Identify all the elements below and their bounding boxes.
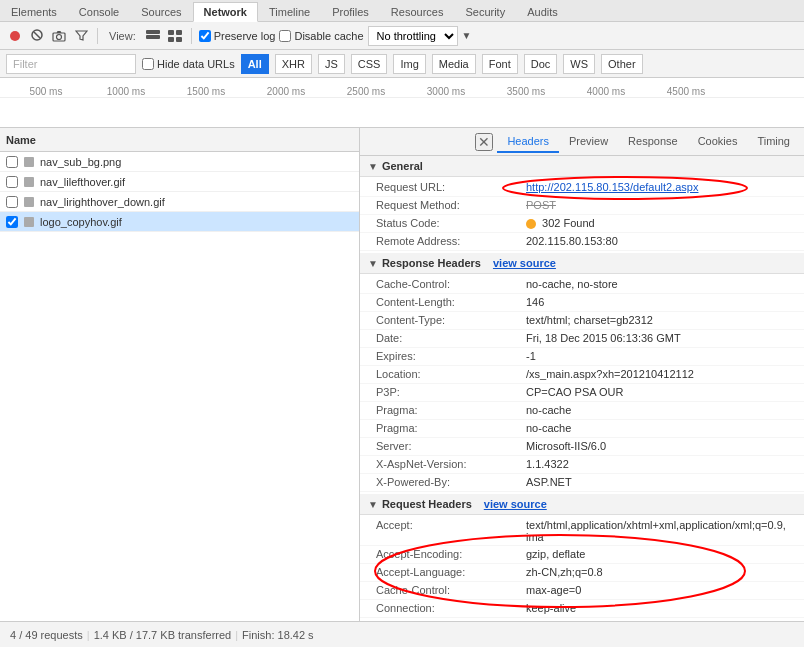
status-divider-2: | bbox=[235, 629, 238, 641]
file-item-3[interactable]: logo_copyhov.gif bbox=[0, 212, 359, 232]
resp-key-4: Expires: bbox=[376, 350, 526, 362]
panel-tabs: ✕ Headers Preview Response Cookies Timin… bbox=[360, 128, 804, 156]
resp-key-6: P3P: bbox=[376, 386, 526, 398]
filter-xhr-button[interactable]: XHR bbox=[275, 54, 312, 74]
filter-font-button[interactable]: Font bbox=[482, 54, 518, 74]
tab-timing[interactable]: Timing bbox=[747, 131, 800, 153]
svg-rect-11 bbox=[24, 157, 34, 167]
file-checkbox-3[interactable] bbox=[6, 216, 18, 228]
file-item-1[interactable]: nav_lilefthover.gif bbox=[0, 172, 359, 192]
response-headers-content: Cache-Control: no-cache, no-store Conten… bbox=[360, 274, 804, 494]
response-headers-header[interactable]: ▼ Response Headers view source bbox=[360, 253, 804, 274]
tab-profiles[interactable]: Profiles bbox=[321, 1, 380, 21]
throttle-select[interactable]: No throttling bbox=[368, 26, 458, 46]
svg-rect-9 bbox=[168, 37, 174, 42]
disable-cache-checkbox[interactable] bbox=[279, 30, 291, 42]
req-key-5: Content-Length: bbox=[376, 620, 526, 621]
resp-val-3: Fri, 18 Dec 2015 06:13:36 GMT bbox=[526, 332, 681, 344]
resp-row-4: Expires: -1 bbox=[360, 348, 804, 366]
tab-console[interactable]: Console bbox=[68, 1, 130, 21]
disable-cache-label[interactable]: Disable cache bbox=[279, 30, 363, 42]
response-view-source[interactable]: view source bbox=[493, 257, 556, 269]
tick-7: 4000 ms bbox=[566, 86, 646, 97]
tick-4: 2500 ms bbox=[326, 86, 406, 97]
resp-val-10: 1.1.4322 bbox=[526, 458, 569, 470]
resp-key-5: Location: bbox=[376, 368, 526, 380]
tab-headers[interactable]: Headers bbox=[497, 131, 559, 153]
status-finish: Finish: 18.42 s bbox=[242, 629, 314, 641]
general-title: General bbox=[382, 160, 423, 172]
request-view-source[interactable]: view source bbox=[484, 498, 547, 510]
file-list-panel: Name nav_sub_bg.png nav_lilefthover.gif … bbox=[0, 128, 360, 621]
tab-elements[interactable]: Elements bbox=[0, 1, 68, 21]
clear-button[interactable] bbox=[28, 27, 46, 45]
hide-data-urls-checkbox[interactable] bbox=[142, 58, 154, 70]
file-icon-0 bbox=[22, 155, 36, 169]
filter-all-button[interactable]: All bbox=[241, 54, 269, 74]
preserve-log-checkbox[interactable] bbox=[199, 30, 211, 42]
response-headers-title: Response Headers bbox=[382, 257, 481, 269]
view-list-button[interactable] bbox=[144, 27, 162, 45]
tab-network[interactable]: Network bbox=[193, 2, 258, 22]
file-name-0: nav_sub_bg.png bbox=[40, 156, 121, 168]
file-icon-1 bbox=[22, 175, 36, 189]
remote-address-value: 202.115.80.153:80 bbox=[526, 235, 618, 247]
file-item-2[interactable]: nav_lirighthover_down.gif bbox=[0, 192, 359, 212]
view-label: View: bbox=[109, 30, 136, 42]
request-url-key: Request URL: bbox=[376, 181, 526, 193]
resp-val-7: no-cache bbox=[526, 404, 571, 416]
filter-input[interactable] bbox=[6, 54, 136, 74]
request-headers-header[interactable]: ▼ Request Headers view source bbox=[360, 494, 804, 515]
resp-key-11: X-Powered-By: bbox=[376, 476, 526, 488]
tab-preview[interactable]: Preview bbox=[559, 131, 618, 153]
general-section: ▼ General Request URL: http://202.115.80… bbox=[360, 156, 804, 253]
view-grid-button[interactable] bbox=[166, 27, 184, 45]
filter-button[interactable] bbox=[72, 27, 90, 45]
general-section-header[interactable]: ▼ General bbox=[360, 156, 804, 177]
filter-ws-button[interactable]: WS bbox=[563, 54, 595, 74]
status-size: 1.4 KB / 17.7 KB transferred bbox=[94, 629, 232, 641]
record-button[interactable] bbox=[6, 27, 24, 45]
tick-0: 500 ms bbox=[6, 86, 86, 97]
file-checkbox-2[interactable] bbox=[6, 196, 18, 208]
tab-cookies[interactable]: Cookies bbox=[688, 131, 748, 153]
req-key-3: Cache-Control: bbox=[376, 584, 526, 596]
request-headers-title: Request Headers bbox=[382, 498, 472, 510]
svg-point-4 bbox=[57, 34, 62, 39]
close-button[interactable]: ✕ bbox=[475, 133, 493, 151]
svg-rect-7 bbox=[168, 30, 174, 35]
request-headers-content: Accept: text/html,application/xhtml+xml,… bbox=[360, 515, 804, 621]
tab-audits[interactable]: Audits bbox=[516, 1, 569, 21]
filter-css-button[interactable]: CSS bbox=[351, 54, 388, 74]
request-url-row: Request URL: http://202.115.80.153/defau… bbox=[360, 179, 804, 197]
resp-row-0: Cache-Control: no-cache, no-store bbox=[360, 276, 804, 294]
resp-row-10: X-AspNet-Version: 1.1.4322 bbox=[360, 456, 804, 474]
file-checkbox-0[interactable] bbox=[6, 156, 18, 168]
status-code-row: Status Code: 302 Found bbox=[360, 215, 804, 233]
tab-resources[interactable]: Resources bbox=[380, 1, 455, 21]
tab-sources[interactable]: Sources bbox=[130, 1, 192, 21]
resp-row-1: Content-Length: 146 bbox=[360, 294, 804, 312]
filter-img-button[interactable]: Img bbox=[393, 54, 425, 74]
resp-key-3: Date: bbox=[376, 332, 526, 344]
tab-response[interactable]: Response bbox=[618, 131, 688, 153]
status-code-key: Status Code: bbox=[376, 217, 526, 229]
hide-data-urls-label[interactable]: Hide data URLs bbox=[142, 58, 235, 70]
request-url-value[interactable]: http://202.115.80.153/default2.aspx bbox=[526, 181, 698, 193]
preserve-log-label[interactable]: Preserve log bbox=[199, 30, 276, 42]
camera-button[interactable] bbox=[50, 27, 68, 45]
file-checkbox-1[interactable] bbox=[6, 176, 18, 188]
filter-doc-button[interactable]: Doc bbox=[524, 54, 558, 74]
file-item-0[interactable]: nav_sub_bg.png bbox=[0, 152, 359, 172]
status-code-value: 302 Found bbox=[526, 217, 595, 229]
filter-js-button[interactable]: JS bbox=[318, 54, 345, 74]
response-headers-triangle: ▼ bbox=[368, 258, 378, 269]
resp-val-2: text/html; charset=gb2312 bbox=[526, 314, 653, 326]
tab-timeline[interactable]: Timeline bbox=[258, 1, 321, 21]
separator2 bbox=[191, 28, 192, 44]
tab-security[interactable]: Security bbox=[454, 1, 516, 21]
filter-other-button[interactable]: Other bbox=[601, 54, 643, 74]
response-headers-section: ▼ Response Headers view source Cache-Con… bbox=[360, 253, 804, 494]
filter-media-button[interactable]: Media bbox=[432, 54, 476, 74]
req-key-0: Accept: bbox=[376, 519, 526, 531]
